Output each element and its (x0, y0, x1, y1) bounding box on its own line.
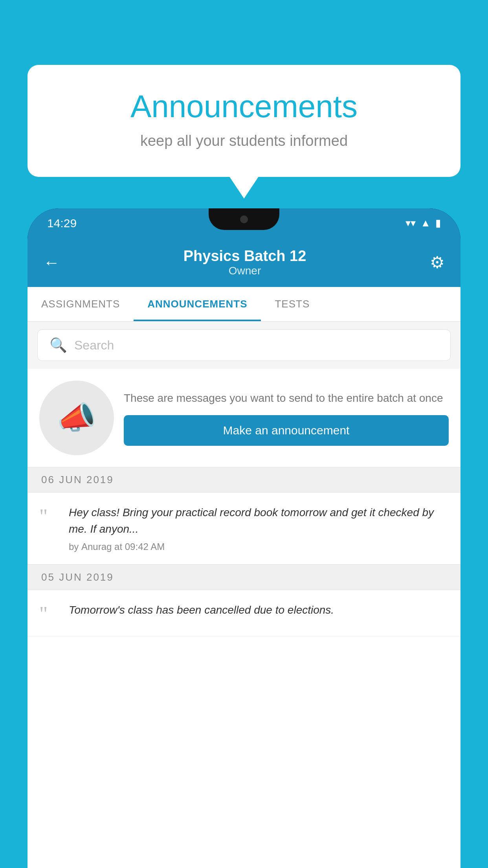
status-icons: ▾▾ ▲ ▮ (405, 217, 441, 229)
promo-icon-circle: 📣 (39, 381, 114, 455)
tab-assignments[interactable]: ASSIGNMENTS (28, 287, 134, 321)
announcement-text-2: Tomorrow's class has been cancelled due … (69, 602, 449, 618)
status-time: 14:29 (47, 217, 77, 230)
app-bar-subtitle: Owner (183, 265, 306, 277)
tab-tests[interactable]: TESTS (261, 287, 323, 321)
speech-bubble-subtitle: keep all your students informed (47, 132, 441, 149)
app-bar: ← Physics Batch 12 Owner ⚙ (28, 238, 460, 287)
announcement-meta-1: by Anurag at 09:42 AM (69, 541, 449, 552)
speech-bubble-container: Announcements keep all your students inf… (28, 65, 460, 177)
phone-frame: 14:29 ▾▾ ▲ ▮ ← Physics Batch 12 Owner ⚙ … (28, 208, 460, 868)
megaphone-icon: 📣 (57, 399, 96, 436)
back-button[interactable]: ← (43, 253, 60, 272)
signal-icon: ▲ (420, 217, 431, 229)
make-announcement-button[interactable]: Make an announcement (124, 415, 449, 446)
wifi-icon: ▾▾ (405, 217, 416, 229)
promo-text: These are messages you want to send to t… (124, 390, 449, 406)
camera (240, 215, 248, 223)
tabs-bar: ASSIGNMENTS ANNOUNCEMENTS TESTS (28, 287, 460, 322)
quote-icon-2: " (39, 604, 61, 624)
search-placeholder: Search (74, 338, 114, 353)
app-bar-title-group: Physics Batch 12 Owner (183, 248, 306, 277)
announcement-item-2: " Tomorrow's class has been cancelled du… (28, 590, 460, 636)
announcement-text-1: Hey class! Bring your practical record b… (69, 504, 449, 537)
announcement-promo: 📣 These are messages you want to send to… (28, 369, 460, 467)
announcement-author-1: Anurag (81, 541, 112, 552)
speech-bubble-title: Announcements (47, 88, 441, 125)
announcement-time-1: 09:42 AM (125, 541, 165, 552)
phone-container: 14:29 ▾▾ ▲ ▮ ← Physics Batch 12 Owner ⚙ … (28, 208, 460, 868)
tab-announcements[interactable]: ANNOUNCEMENTS (134, 287, 261, 321)
battery-icon: ▮ (435, 217, 441, 229)
search-bar-container: 🔍 Search (28, 322, 460, 369)
date-separator-2: 05 JUN 2019 (28, 565, 460, 590)
date-separator-1: 06 JUN 2019 (28, 467, 460, 493)
search-icon: 🔍 (50, 337, 67, 353)
gear-icon[interactable]: ⚙ (430, 253, 445, 272)
app-bar-title: Physics Batch 12 (183, 248, 306, 265)
announcement-content-1: Hey class! Bring your practical record b… (69, 504, 449, 552)
announcement-content-2: Tomorrow's class has been cancelled due … (69, 602, 449, 622)
status-bar: 14:29 ▾▾ ▲ ▮ (28, 208, 460, 238)
promo-content: These are messages you want to send to t… (124, 390, 449, 446)
search-bar[interactable]: 🔍 Search (37, 329, 451, 361)
announcement-item-1: " Hey class! Bring your practical record… (28, 493, 460, 565)
notch (209, 208, 279, 230)
speech-bubble: Announcements keep all your students inf… (28, 65, 460, 177)
phone-screen: 🔍 Search 📣 These are messages you want t… (28, 322, 460, 868)
quote-icon-1: " (39, 506, 61, 527)
